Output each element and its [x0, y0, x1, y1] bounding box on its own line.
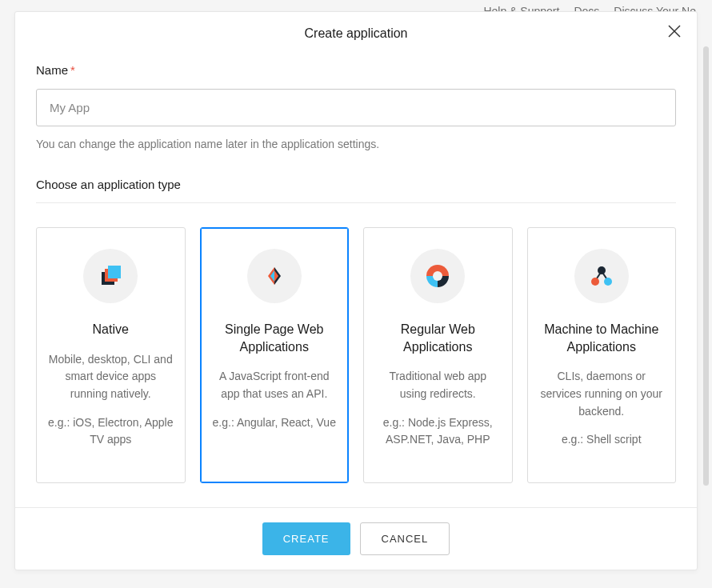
svg-point-14: [604, 278, 612, 286]
type-card-title: Single Page Web Applications: [212, 321, 338, 355]
type-card-desc: Mobile, desktop, CLI and smart device ap…: [48, 351, 174, 403]
scrollbar[interactable]: [703, 46, 709, 486]
type-section-title: Choose an application type: [36, 178, 676, 203]
type-card-eg: e.g.: Node.js Express, ASP.NET, Java, PH…: [375, 414, 501, 449]
type-card-title: Native: [48, 321, 174, 338]
type-card-eg: e.g.: Shell script: [539, 431, 665, 449]
type-card-title: Regular Web Applications: [375, 321, 501, 355]
svg-point-9: [433, 271, 442, 281]
spa-icon: [247, 249, 302, 303]
modal-footer: CREATE CANCEL: [15, 507, 697, 570]
m2m-icon: [574, 249, 629, 303]
native-icon: [83, 249, 138, 303]
type-card-eg: e.g.: Angular, React, Vue: [212, 414, 338, 432]
svg-point-12: [598, 266, 606, 274]
name-input[interactable]: [36, 89, 676, 126]
type-card-desc: CLIs, daemons or services running on you…: [539, 368, 665, 420]
type-card-native[interactable]: Native Mobile, desktop, CLI and smart de…: [36, 227, 186, 483]
type-card-title: Machine to Machine Applications: [539, 321, 665, 355]
cancel-button[interactable]: CANCEL: [360, 522, 450, 555]
modal-header: Create application: [15, 12, 697, 52]
create-button[interactable]: CREATE: [262, 522, 350, 555]
type-card-desc: Traditional web app using redirects.: [375, 368, 501, 402]
svg-point-13: [591, 278, 599, 286]
modal-body: Name* You can change the application nam…: [15, 52, 697, 507]
close-icon: [666, 23, 682, 39]
type-card-regular-web[interactable]: Regular Web Applications Traditional web…: [363, 227, 513, 483]
close-button[interactable]: [666, 23, 682, 39]
name-label: Name*: [36, 63, 75, 77]
type-card-eg: e.g.: iOS, Electron, Apple TV apps: [48, 414, 174, 449]
application-type-grid: Native Mobile, desktop, CLI and smart de…: [36, 227, 676, 483]
type-card-m2m[interactable]: Machine to Machine Applications CLIs, da…: [527, 227, 677, 483]
name-label-text: Name: [36, 63, 68, 77]
create-application-modal: Create application Name* You can change …: [14, 11, 698, 570]
name-helper-text: You can change the application name late…: [36, 138, 676, 150]
svg-rect-4: [108, 266, 121, 278]
type-card-spa[interactable]: Single Page Web Applications A JavaScrip…: [200, 227, 350, 483]
regular-web-icon: [410, 249, 465, 303]
modal-title: Create application: [15, 26, 697, 41]
required-indicator: *: [70, 63, 75, 77]
type-card-desc: A JavaScript front-end app that uses an …: [212, 368, 338, 402]
